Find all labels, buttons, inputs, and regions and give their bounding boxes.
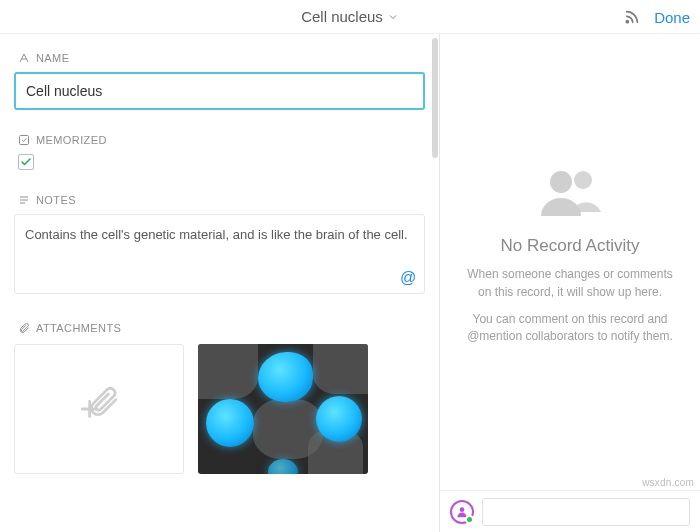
add-attachment-button[interactable] — [14, 344, 184, 474]
attachments-field-label: ATTACHMENTS — [18, 322, 421, 334]
attachments-label-text: ATTACHMENTS — [36, 322, 121, 334]
notes-textarea[interactable]: Contains the cell's genetic material, an… — [14, 214, 425, 294]
avatar[interactable] — [450, 500, 474, 524]
feed-icon[interactable] — [624, 9, 640, 25]
name-field-label: NAME — [18, 52, 421, 64]
attachment-thumbnail[interactable] — [198, 344, 368, 474]
notes-content: Contains the cell's genetic material, an… — [25, 227, 408, 242]
svg-point-9 — [460, 507, 465, 512]
activity-desc-2: You can comment on this record and @ment… — [466, 311, 674, 346]
chevron-down-icon — [387, 11, 399, 23]
presence-dot-icon — [465, 515, 474, 524]
svg-point-8 — [574, 171, 592, 189]
notes-field-icon — [18, 194, 30, 206]
checkmark-icon — [20, 156, 32, 168]
memorized-checkbox[interactable] — [18, 154, 34, 170]
notes-field-label: NOTES — [18, 194, 421, 206]
body: NAME MEMORIZED NOTES Contains the cell's… — [0, 34, 700, 532]
attachments-row — [14, 342, 425, 474]
text-field-icon — [18, 52, 30, 64]
add-attachment-icon — [69, 379, 129, 439]
svg-point-0 — [626, 21, 628, 23]
form-panel: NAME MEMORIZED NOTES Contains the cell's… — [0, 34, 440, 532]
activity-panel: No Record Activity When someone changes … — [440, 34, 700, 532]
checkbox-field-icon — [18, 134, 30, 146]
memorized-field-label: MEMORIZED — [18, 134, 421, 146]
record-title-dropdown[interactable]: Cell nucleus — [301, 8, 399, 25]
header-actions: Done — [624, 0, 690, 34]
watermark: wsxdn.com — [642, 477, 694, 488]
notes-label-text: NOTES — [36, 194, 76, 206]
activity-title: No Record Activity — [501, 236, 640, 256]
name-label-text: NAME — [36, 52, 69, 64]
svg-rect-1 — [20, 136, 29, 145]
mention-icon[interactable]: @ — [400, 269, 416, 287]
attachment-field-icon — [18, 322, 30, 334]
comment-input[interactable] — [482, 498, 690, 526]
record-title: Cell nucleus — [301, 8, 383, 25]
memorized-label-text: MEMORIZED — [36, 134, 107, 146]
scrollbar-thumb[interactable] — [432, 38, 438, 158]
comment-bar — [440, 490, 700, 532]
activity-empty-state: No Record Activity When someone changes … — [440, 34, 700, 490]
done-button[interactable]: Done — [654, 9, 690, 26]
name-input[interactable] — [14, 72, 425, 110]
people-icon — [535, 168, 605, 222]
header-bar: Cell nucleus Done — [0, 0, 700, 34]
activity-desc-1: When someone changes or comments on this… — [466, 266, 674, 301]
svg-point-7 — [550, 171, 572, 193]
